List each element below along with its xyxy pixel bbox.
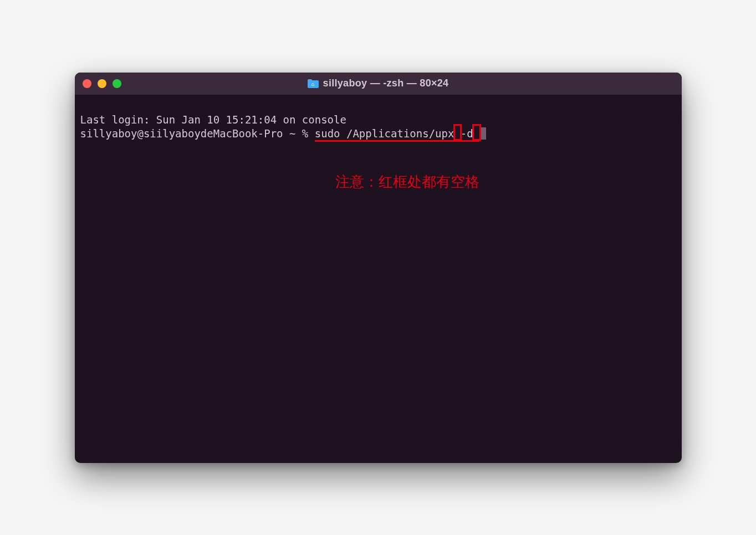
terminal-body[interactable]: Last login: Sun Jan 10 15:21:04 on conso… bbox=[75, 95, 682, 463]
close-button[interactable] bbox=[83, 79, 91, 88]
traffic-lights bbox=[83, 79, 121, 88]
maximize-button[interactable] bbox=[113, 79, 121, 88]
annotation-text: 注意：红框处都有空格 bbox=[335, 175, 676, 189]
space-highlight-box-2 bbox=[472, 124, 481, 141]
prompt-text: sillyaboy@siilyaboydeMacBook-Pro ~ % bbox=[80, 127, 315, 140]
terminal-window: ⌂ sillyaboy — -zsh — 80×24 Last login: S… bbox=[75, 73, 682, 463]
folder-icon: ⌂ bbox=[308, 79, 319, 88]
space-highlight-box-1 bbox=[453, 124, 462, 141]
cursor bbox=[480, 127, 486, 140]
titlebar[interactable]: ⌂ sillyaboy — -zsh — 80×24 bbox=[75, 73, 682, 95]
last-login-line: Last login: Sun Jan 10 15:21:04 on conso… bbox=[80, 114, 346, 126]
minimize-button[interactable] bbox=[98, 79, 106, 88]
window-title: sillyaboy — -zsh — 80×24 bbox=[323, 78, 449, 89]
title-wrap: ⌂ sillyaboy — -zsh — 80×24 bbox=[75, 73, 682, 95]
prompt-line: sillyaboy@siilyaboydeMacBook-Pro ~ % sud… bbox=[80, 127, 487, 141]
